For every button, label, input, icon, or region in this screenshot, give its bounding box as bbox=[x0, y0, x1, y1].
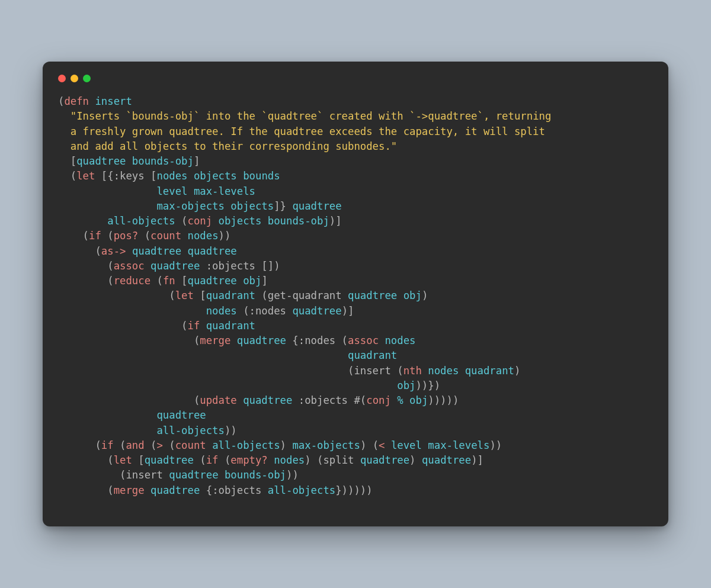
code-line: (merge quadtree {:objects all-objects}))… bbox=[58, 484, 373, 496]
code-line: all-objects)) bbox=[58, 425, 237, 436]
code-token: ) bbox=[422, 290, 428, 301]
code-token: if bbox=[188, 320, 200, 332]
code-token: quadtree bbox=[150, 484, 200, 496]
code-line: level max-levels bbox=[58, 185, 255, 197]
code-token: let bbox=[76, 170, 95, 182]
code-token bbox=[385, 439, 391, 451]
code-token bbox=[237, 394, 243, 406]
code-token: level bbox=[391, 439, 422, 451]
code-token: conj bbox=[188, 215, 213, 227]
code-token bbox=[58, 185, 156, 197]
code-token: ( bbox=[335, 335, 348, 346]
code-token: max-objects bbox=[292, 439, 360, 451]
code-token bbox=[459, 365, 465, 377]
code-token bbox=[181, 230, 187, 242]
zoom-icon[interactable] bbox=[83, 75, 91, 82]
close-icon[interactable] bbox=[58, 75, 66, 82]
code-token: ( bbox=[150, 275, 163, 287]
code-token: quadtree bbox=[360, 454, 409, 466]
code-token: ( bbox=[58, 394, 200, 406]
code-token: defn bbox=[64, 95, 89, 107]
code-token: nodes bbox=[385, 335, 415, 346]
code-line: max-objects objects]} quadtree bbox=[58, 200, 342, 212]
code-line: (update quadtree :objects #(conj % obj))… bbox=[58, 394, 459, 406]
code-token bbox=[403, 394, 409, 406]
code-token: ( bbox=[219, 454, 231, 466]
code-token bbox=[58, 110, 71, 122]
window-traffic-lights bbox=[58, 75, 653, 82]
code-token: if bbox=[206, 454, 219, 466]
code-token: ( bbox=[58, 95, 64, 107]
code-token: quadtree bbox=[422, 454, 471, 466]
code-token bbox=[268, 454, 274, 466]
code-token: reduce bbox=[114, 275, 150, 287]
code-token: )) bbox=[286, 469, 299, 481]
code-token: ) bbox=[514, 365, 520, 377]
minimize-icon[interactable] bbox=[71, 75, 78, 82]
code-token: bounds bbox=[243, 170, 280, 182]
code-line: (let [quadrant (get-quadrant quadtree ob… bbox=[58, 290, 428, 301]
code-token: objects bbox=[194, 170, 237, 182]
code-token bbox=[58, 215, 107, 227]
code-token bbox=[58, 425, 156, 436]
code-token: assoc bbox=[114, 260, 145, 272]
code-token: ( bbox=[58, 484, 114, 496]
code-token: ( bbox=[194, 454, 206, 466]
code-line: all-objects (conj objects bounds-obj)] bbox=[58, 215, 342, 227]
code-token: quadtree bbox=[237, 335, 286, 346]
code-token: [{ bbox=[95, 170, 113, 182]
code-line: (if (pos? (count nodes)) bbox=[58, 230, 230, 242]
code-token: )] bbox=[342, 305, 354, 317]
code-token: merge bbox=[114, 484, 145, 496]
code-token: ( bbox=[114, 439, 126, 451]
code-token: ( bbox=[58, 260, 114, 272]
code-token: split bbox=[323, 454, 354, 466]
code-token: ( bbox=[58, 290, 175, 301]
code-token: let bbox=[175, 290, 194, 301]
code-token: quadtree bbox=[188, 245, 237, 257]
code-token: all-objects bbox=[156, 425, 224, 436]
code-token: [ bbox=[194, 290, 206, 301]
code-token bbox=[206, 439, 212, 451]
code-token: ( bbox=[58, 469, 126, 481]
code-line: (merge quadtree {:nodes (assoc nodes bbox=[58, 335, 416, 346]
code-token: bounds-obj bbox=[225, 469, 286, 481]
code-token: ) bbox=[280, 439, 293, 451]
code-token: nodes bbox=[206, 305, 237, 317]
code-token: ( bbox=[138, 230, 150, 242]
code-token: ( bbox=[58, 170, 76, 182]
code-token bbox=[58, 349, 348, 361]
code-token: conj bbox=[366, 394, 391, 406]
code-token: ( bbox=[58, 335, 200, 346]
code-token: ( bbox=[101, 230, 114, 242]
code-token: ) bbox=[409, 454, 422, 466]
code-token: < bbox=[379, 439, 385, 451]
code-token: )] bbox=[471, 454, 483, 466]
code-token: ( bbox=[58, 320, 188, 332]
code-token: ( bbox=[163, 439, 175, 451]
code-token bbox=[145, 260, 150, 272]
code-token: quadrant bbox=[465, 365, 514, 377]
code-token: all-objects bbox=[212, 439, 280, 451]
code-line: (if (and (> (count all-objects) max-obje… bbox=[58, 439, 502, 451]
code-token: { bbox=[286, 335, 299, 346]
code-token: nodes bbox=[428, 365, 459, 377]
code-token: )) bbox=[225, 425, 237, 436]
code-token: ( bbox=[255, 290, 268, 301]
code-token bbox=[200, 320, 206, 332]
code-line: a freshly grown quadtree. If the quadtre… bbox=[58, 126, 545, 137]
code-token: pos? bbox=[114, 230, 139, 242]
code-token: :objects bbox=[299, 394, 348, 406]
code-token bbox=[126, 245, 132, 257]
code-token bbox=[89, 95, 95, 107]
code-token bbox=[237, 170, 243, 182]
code-token: max-objects bbox=[156, 200, 224, 212]
code-token bbox=[126, 155, 132, 167]
code-token bbox=[342, 290, 348, 301]
code-token: insert bbox=[354, 365, 390, 377]
code-token: ]} bbox=[274, 200, 292, 212]
code-window: (defn insert "Inserts `bounds-obj` into … bbox=[43, 62, 668, 526]
code-token: ( bbox=[58, 275, 114, 287]
code-token: quadrant bbox=[348, 349, 397, 361]
code-token: as-> bbox=[101, 245, 126, 257]
